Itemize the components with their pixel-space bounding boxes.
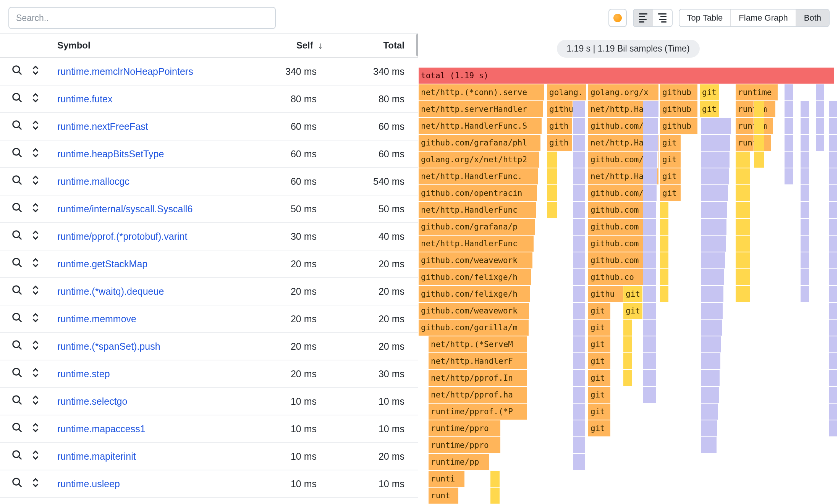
expand-icon[interactable] (30, 147, 41, 161)
flame-cell[interactable]: gith (547, 134, 573, 151)
flame-cell[interactable] (643, 151, 658, 168)
flame-cell[interactable]: git (588, 370, 611, 386)
flame-cell[interactable]: gith (547, 118, 573, 134)
flame-cell[interactable]: net/http.serverHandler (418, 101, 543, 118)
search-icon[interactable] (11, 367, 23, 381)
search-icon[interactable] (11, 422, 23, 436)
flame-cell[interactable] (701, 420, 718, 437)
symbol-link[interactable]: runtime.(*waitq).dequeue (50, 286, 235, 297)
flame-cell[interactable]: git (588, 336, 611, 353)
flame-cell[interactable] (784, 101, 793, 118)
flame-cell[interactable]: git (588, 319, 611, 336)
flame-cell[interactable] (800, 286, 809, 302)
flame-cell[interactable] (800, 218, 809, 235)
symbol-link[interactable]: runtime.futex (50, 94, 235, 105)
flame-cell[interactable]: git (588, 386, 611, 403)
flame-cell[interactable]: git (623, 286, 643, 302)
flame-cell[interactable]: github.co (588, 269, 647, 286)
flame-cell[interactable]: git (660, 134, 681, 151)
flame-cell[interactable] (815, 118, 825, 134)
flame-cell[interactable] (815, 84, 825, 101)
flame-cell[interactable] (547, 185, 557, 202)
flame-cell[interactable] (828, 151, 838, 168)
flame-cell[interactable] (800, 118, 809, 134)
flame-cell[interactable] (828, 134, 838, 151)
align-left-button[interactable] (634, 10, 653, 26)
flame-cell[interactable] (660, 286, 669, 302)
expand-icon[interactable] (30, 367, 41, 381)
flame-cell[interactable] (828, 319, 838, 336)
flame-cell[interactable] (701, 319, 722, 336)
flame-cell[interactable]: net/http.HandlerF (428, 353, 527, 370)
flame-cell[interactable] (547, 168, 557, 185)
flame-cell[interactable]: git (699, 84, 719, 101)
flame-cell[interactable] (701, 252, 725, 269)
flame-cell[interactable] (701, 218, 727, 235)
flame-cell[interactable] (573, 420, 586, 437)
expand-icon[interactable] (30, 312, 41, 326)
symbol-link[interactable]: runtime.(*spanSet).push (50, 341, 235, 352)
symbol-link[interactable]: runtime.nextFreeFast (50, 121, 235, 132)
flame-cell[interactable] (800, 151, 809, 168)
search-icon[interactable] (11, 312, 23, 326)
flame-cell[interactable] (643, 235, 657, 252)
flame-cell[interactable] (828, 101, 838, 118)
expand-icon[interactable] (30, 394, 41, 408)
search-icon[interactable] (11, 394, 23, 408)
col-header-self[interactable]: Self ↓ (235, 40, 323, 51)
flame-cell[interactable] (828, 353, 838, 370)
flame-cell[interactable] (573, 319, 586, 336)
flame-cell[interactable] (828, 302, 838, 319)
flame-cell[interactable] (701, 151, 730, 168)
col-header-total[interactable]: Total (323, 40, 411, 51)
flame-cell[interactable]: git (588, 302, 611, 319)
flame-cell[interactable]: golang.org/x (588, 84, 659, 101)
align-toggle[interactable] (633, 9, 673, 27)
flame-cell[interactable] (573, 269, 586, 286)
symbol-link[interactable]: runtime.memclrNoHeapPointers (50, 66, 235, 77)
search-icon[interactable] (11, 92, 23, 106)
flame-cell[interactable] (573, 353, 586, 370)
flame-cell[interactable] (800, 235, 809, 252)
flame-cell[interactable]: github.com/weavework (418, 252, 533, 269)
flame-cell[interactable] (828, 286, 838, 302)
flame-cell[interactable] (828, 168, 838, 185)
flame-cell[interactable] (735, 269, 751, 286)
search-icon[interactable] (11, 65, 23, 78)
tab-flame-graph[interactable]: Flame Graph (730, 10, 795, 26)
flame-cell[interactable]: runtime/ppro (428, 420, 501, 437)
flame-cell[interactable] (800, 269, 809, 286)
flame-cell[interactable] (828, 403, 838, 420)
flame-cell[interactable] (701, 168, 729, 185)
flame-cell[interactable] (735, 252, 751, 269)
flame-cell[interactable] (701, 403, 718, 420)
flame-cell[interactable] (828, 218, 838, 235)
flame-cell[interactable] (573, 168, 586, 185)
flame-cell[interactable] (828, 185, 838, 202)
flame-cell[interactable] (784, 84, 793, 101)
flame-cell[interactable] (623, 353, 632, 370)
flame-cell[interactable]: git (588, 353, 611, 370)
flame-cell[interactable] (573, 386, 586, 403)
flame-cell[interactable] (784, 118, 793, 134)
flame-cell[interactable] (643, 336, 657, 353)
expand-icon[interactable] (30, 339, 41, 353)
flame-cell[interactable] (701, 235, 726, 252)
flame-cell[interactable]: runtime (735, 84, 778, 101)
flame-cell[interactable] (660, 202, 669, 218)
flame-cell[interactable]: git (623, 302, 643, 319)
flame-cell[interactable] (643, 353, 657, 370)
flame-cell[interactable] (701, 118, 731, 134)
search-icon[interactable] (11, 174, 23, 188)
flame-cell[interactable] (800, 202, 809, 218)
flame-cell[interactable] (828, 235, 838, 252)
flame-cell[interactable] (735, 185, 751, 202)
flame-cell[interactable] (660, 218, 669, 235)
flame-cell[interactable]: runtime/ppro (428, 437, 501, 454)
flame-cell[interactable]: net/http.HandlerFunc (418, 202, 536, 218)
flame-cell[interactable] (623, 336, 632, 353)
symbol-link[interactable]: runtime.mallocgc (50, 176, 235, 187)
flame-cell[interactable] (490, 487, 500, 504)
flame-cell[interactable] (701, 386, 719, 403)
search-icon[interactable] (11, 202, 23, 216)
